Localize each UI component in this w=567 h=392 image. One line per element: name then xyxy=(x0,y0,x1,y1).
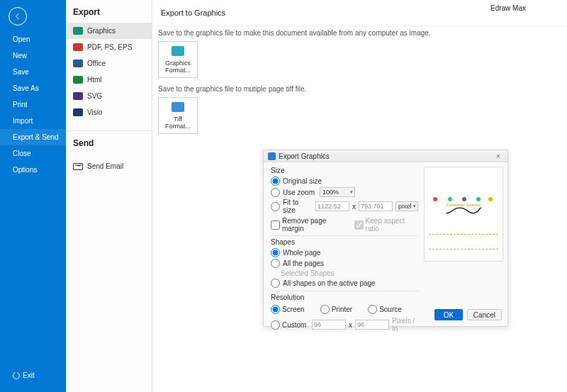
dialog-icon xyxy=(268,152,276,160)
format-label: Office xyxy=(87,60,106,67)
sidebar-item-open[interactable]: Open xyxy=(0,31,66,47)
format-pdf[interactable]: PDF, PS, EPS xyxy=(66,39,152,55)
fit-width-input[interactable] xyxy=(315,201,349,211)
thumb-tiff-format[interactable]: Tiff Format... xyxy=(158,97,198,134)
back-button[interactable] xyxy=(9,7,27,26)
exit-label: Exit xyxy=(23,371,35,379)
radio-label: Source xyxy=(379,306,402,313)
arrow-left-icon xyxy=(13,12,22,21)
format-office[interactable]: Office xyxy=(66,55,152,72)
res-x-input[interactable] xyxy=(312,320,346,330)
sidebar-item-import[interactable]: Import xyxy=(0,113,66,129)
send-email[interactable]: Send Email xyxy=(66,158,152,174)
export-graphics-dialog: Export Graphics × Size Original size Use… xyxy=(263,150,508,327)
graphics-icon xyxy=(73,27,83,35)
map-pin-icon xyxy=(448,197,452,201)
radio-input[interactable] xyxy=(271,202,280,211)
radio-input[interactable] xyxy=(271,259,280,268)
image-icon xyxy=(172,46,184,56)
sidebar-item-close[interactable]: Close xyxy=(0,145,66,162)
divider xyxy=(271,291,418,291)
x-label: x xyxy=(352,203,356,211)
format-label: Html xyxy=(87,76,102,84)
map-pin-icon xyxy=(462,197,466,201)
fit-height-input[interactable] xyxy=(359,201,393,211)
chk-remove-margin[interactable]: Remove page margin xyxy=(271,217,347,233)
format-graphics[interactable]: Graphics xyxy=(66,23,152,39)
export-type-panel: Export Graphics PDF, PS, EPS Office Html… xyxy=(66,0,152,392)
radio-fit-to-size[interactable]: Fit to size x pixel▾ xyxy=(271,198,418,214)
radio-label: Screen xyxy=(282,306,305,313)
export-header: Export xyxy=(66,0,152,23)
checkbox-input[interactable] xyxy=(271,220,280,230)
file-sidebar: Open New Save Save As Print Import Expor… xyxy=(0,0,66,392)
power-icon xyxy=(13,372,20,379)
preview-illustration xyxy=(429,201,498,257)
radio-printer[interactable]: Printer xyxy=(320,305,352,314)
radio-input[interactable] xyxy=(271,320,280,330)
radio-custom-res[interactable]: Custom xyxy=(271,320,309,330)
radio-label: Custom xyxy=(282,321,309,329)
sidebar-item-save[interactable]: Save xyxy=(0,64,66,80)
format-svg[interactable]: SVG xyxy=(66,88,152,104)
app-title: Edraw Max xyxy=(490,4,526,12)
svg-icon xyxy=(73,92,83,100)
radio-input[interactable] xyxy=(271,188,280,197)
radio-selected-shapes: Selected Shapes xyxy=(271,269,418,277)
map-pin-icon xyxy=(488,197,493,201)
radio-label: Printer xyxy=(332,306,352,313)
chk-keep-aspect[interactable]: Keep aspect ratio xyxy=(354,217,418,233)
sidebar-item-options[interactable]: Options xyxy=(0,162,66,178)
desc-graphics: Save to the graphics file to make this d… xyxy=(158,29,567,37)
sidebar-item-exit[interactable]: Exit xyxy=(13,371,35,379)
shapes-section-title: Shapes xyxy=(271,238,418,246)
radio-input[interactable] xyxy=(368,305,377,314)
chevron-down-icon: ▾ xyxy=(413,203,417,209)
radio-input[interactable] xyxy=(271,177,280,186)
radio-source[interactable]: Source xyxy=(368,305,402,314)
zoom-select[interactable]: 100%▾ xyxy=(320,187,355,197)
sidebar-item-export-send[interactable]: Export & Send xyxy=(0,129,66,145)
radio-active-page-shapes[interactable]: All shapes on the active page xyxy=(271,279,418,288)
radio-input[interactable] xyxy=(271,248,280,257)
ok-button[interactable]: OK xyxy=(434,309,463,320)
radio-label: Whole page xyxy=(283,249,320,257)
dialog-titlebar[interactable]: Export Graphics × xyxy=(264,150,507,162)
cancel-button[interactable]: Cancel xyxy=(467,309,502,320)
unit-label: Pixels / In xyxy=(392,317,418,332)
format-label: Graphics xyxy=(87,27,116,35)
radio-label: Selected Shapes xyxy=(281,269,335,277)
format-html[interactable]: Html xyxy=(66,72,152,88)
radio-input[interactable] xyxy=(271,279,280,288)
divider xyxy=(271,235,418,236)
radio-original-size[interactable]: Original size xyxy=(271,177,418,186)
dialog-close-button[interactable]: × xyxy=(493,152,503,160)
sidebar-item-new[interactable]: New xyxy=(0,47,66,64)
format-label: PDF, PS, EPS xyxy=(87,43,132,51)
radio-label: Fit to size xyxy=(283,198,313,214)
radio-input[interactable] xyxy=(271,305,280,314)
size-section-title: Size xyxy=(271,167,418,174)
thumb-graphics-format[interactable]: Graphics Format... xyxy=(158,41,198,78)
thumb-label: Graphics Format... xyxy=(160,60,196,74)
radio-label: All the pages xyxy=(283,259,324,267)
checkbox-input xyxy=(354,220,364,230)
x-label: x xyxy=(349,321,352,329)
map-pin-icon xyxy=(433,197,437,201)
sidebar-item-print[interactable]: Print xyxy=(0,96,66,113)
resolution-section-title: Resolution xyxy=(271,293,418,301)
radio-whole-page[interactable]: Whole page xyxy=(271,248,418,257)
radio-all-pages[interactable]: All the pages xyxy=(271,259,418,268)
sidebar-item-save-as[interactable]: Save As xyxy=(0,80,66,96)
format-label: SVG xyxy=(87,92,102,100)
dialog-title: Export Graphics xyxy=(279,152,330,160)
radio-screen[interactable]: Screen xyxy=(271,305,305,314)
res-y-input[interactable] xyxy=(355,320,389,330)
pdf-icon xyxy=(73,43,83,51)
radio-input[interactable] xyxy=(320,305,330,314)
desc-tiff: Save to the graphics file to mutiple pag… xyxy=(158,85,567,93)
radio-use-zoom[interactable]: Use zoom 100%▾ xyxy=(271,187,418,197)
send-header: Send xyxy=(66,131,152,154)
unit-select[interactable]: pixel▾ xyxy=(395,201,418,211)
format-visio[interactable]: Visio xyxy=(66,104,152,121)
